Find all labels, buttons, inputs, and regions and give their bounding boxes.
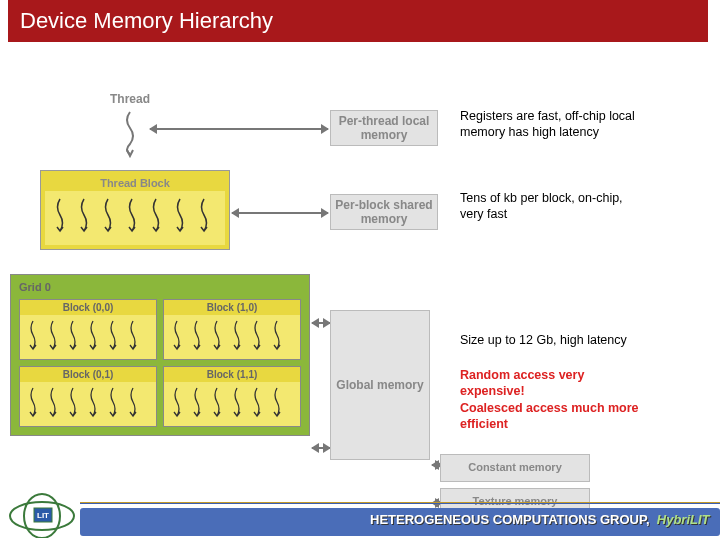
grid-block-01: Block (0,1) xyxy=(19,366,157,427)
grid-block-10: Block (1,0) xyxy=(163,299,301,360)
thread-label: Thread xyxy=(110,92,150,106)
thread-block-body xyxy=(45,191,225,245)
block-waves-icon xyxy=(23,319,153,355)
thread-wave-icon xyxy=(123,110,137,158)
thread-block-label: Thread Block xyxy=(45,175,225,191)
block-waves-icon xyxy=(23,386,153,422)
per-thread-local-memory: Per-thread local memory xyxy=(330,110,438,146)
grid-block-11: Block (1,1) xyxy=(163,366,301,427)
thread-block-node: Thread Block xyxy=(40,170,230,250)
arrow-block-shared xyxy=(232,212,328,214)
footer-brand: HybriLIT xyxy=(657,512,710,527)
svg-text:LIT: LIT xyxy=(37,511,49,520)
block-label: Block (0,1) xyxy=(20,367,156,382)
block-label: Block (1,1) xyxy=(164,367,300,382)
arrow-grid-global-1 xyxy=(312,322,330,324)
arrow-thread-local xyxy=(150,128,328,130)
footer-text: HETEROGENEOUS COMPUTATIONS GROUP, HybriL… xyxy=(370,512,710,527)
note-registers: Registers are fast, off-chip local memor… xyxy=(460,108,640,141)
note-global: Size up to 12 Gb, high latency xyxy=(460,332,640,348)
grid-node: Grid 0 Block (0,0) Block (1,0) Block (0,… xyxy=(10,274,310,436)
block-waves-icon xyxy=(167,319,297,355)
footer: LIT HETEROGENEOUS COMPUTATIONS GROUP, Hy… xyxy=(0,496,720,540)
slide-title: Device Memory Hierarchy xyxy=(8,0,708,42)
block-waves-icon xyxy=(167,386,297,422)
grid-label: Grid 0 xyxy=(15,279,305,295)
per-block-shared-memory: Per-block shared memory xyxy=(330,194,438,230)
global-memory: Global memory xyxy=(330,310,430,460)
block-label: Block (0,0) xyxy=(20,300,156,315)
block-label: Block (1,0) xyxy=(164,300,300,315)
note-shared: Tens of kb per block, on-chip, very fast xyxy=(460,190,640,223)
note-random-access: Random access very expensive! Coalesced … xyxy=(460,367,640,432)
grid-block-00: Block (0,0) xyxy=(19,299,157,360)
arrow-grid-global-2 xyxy=(312,447,330,449)
footer-group: HETEROGENEOUS COMPUTATIONS GROUP, xyxy=(370,512,650,527)
thread-block-waves-icon xyxy=(50,197,220,239)
footer-divider xyxy=(80,502,720,504)
thread-node: Thread xyxy=(110,92,150,158)
logo-icon: LIT xyxy=(6,492,78,538)
constant-memory: Constant memory xyxy=(440,454,590,482)
